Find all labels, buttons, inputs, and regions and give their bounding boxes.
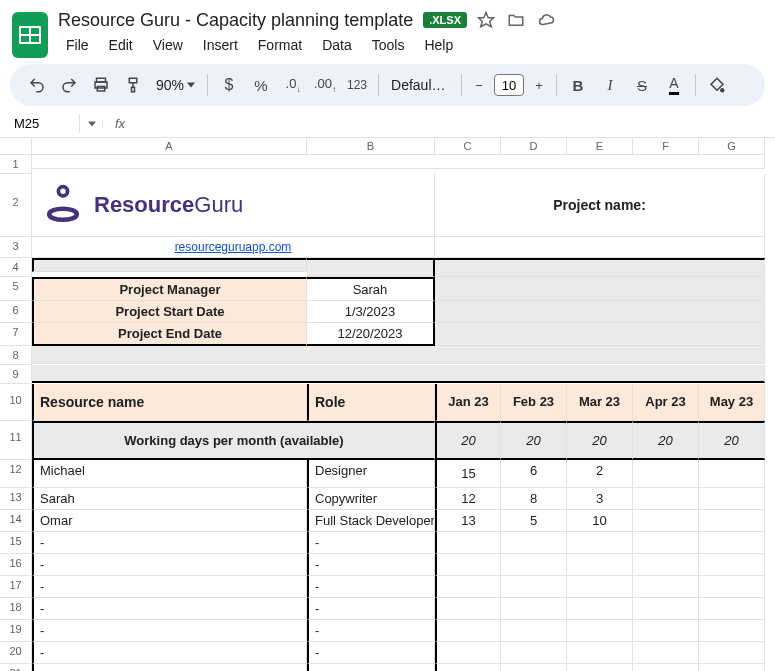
row-header[interactable]: 21	[0, 664, 32, 671]
percent-button[interactable]: %	[246, 70, 276, 100]
start-value[interactable]: 1/3/2023	[307, 301, 435, 323]
project-name-label[interactable]: Project name:	[435, 174, 765, 237]
cell[interactable]	[435, 664, 501, 671]
cell[interactable]	[435, 554, 501, 576]
end-label[interactable]: Project End Date	[32, 323, 307, 346]
cell[interactable]	[435, 237, 765, 258]
row-header[interactable]: 19	[0, 620, 32, 642]
more-formats-button[interactable]: 123	[342, 70, 372, 100]
font-size-increase[interactable]: +	[528, 70, 550, 100]
empty-name[interactable]: -	[32, 598, 307, 620]
available-label[interactable]: Working days per month (available)	[32, 421, 435, 460]
row-header[interactable]: 11	[0, 421, 32, 460]
days-cell[interactable]	[699, 488, 765, 510]
document-title[interactable]: Resource Guru - Capacity planning templa…	[58, 10, 413, 31]
cell[interactable]	[32, 365, 765, 383]
empty-role[interactable]: -	[307, 620, 435, 642]
menu-help[interactable]: Help	[416, 33, 461, 57]
font-size-input[interactable]	[494, 74, 524, 96]
cell[interactable]	[435, 576, 501, 598]
cell[interactable]	[501, 554, 567, 576]
cell[interactable]	[435, 598, 501, 620]
text-color-button[interactable]: A	[659, 70, 689, 100]
cell[interactable]	[699, 598, 765, 620]
strikethrough-button[interactable]: S	[627, 70, 657, 100]
brand-logo-cell[interactable]: ResourceGuru	[32, 174, 435, 237]
font-select[interactable]: Defaul…	[385, 77, 455, 93]
font-size-decrease[interactable]: −	[468, 70, 490, 100]
increase-decimal-button[interactable]: .00↑	[310, 70, 340, 100]
menu-view[interactable]: View	[145, 33, 191, 57]
italic-button[interactable]: I	[595, 70, 625, 100]
cloud-status-icon[interactable]	[537, 11, 555, 29]
cell[interactable]	[633, 554, 699, 576]
month-header[interactable]: Mar 23	[567, 384, 633, 421]
cell[interactable]	[501, 532, 567, 554]
cell[interactable]	[633, 620, 699, 642]
row-header[interactable]: 10	[0, 384, 32, 421]
row-header[interactable]: 18	[0, 598, 32, 620]
cell[interactable]	[699, 664, 765, 671]
month-header[interactable]: Jan 23	[435, 384, 501, 421]
cell[interactable]	[435, 258, 765, 277]
bold-button[interactable]: B	[563, 70, 593, 100]
cell[interactable]	[567, 554, 633, 576]
currency-button[interactable]: $	[214, 70, 244, 100]
cell[interactable]	[567, 532, 633, 554]
row-header[interactable]: 13	[0, 488, 32, 510]
cell[interactable]	[501, 620, 567, 642]
cell[interactable]	[435, 277, 765, 301]
days-cell[interactable]	[633, 510, 699, 532]
redo-button[interactable]	[54, 70, 84, 100]
empty-name[interactable]: -	[32, 664, 307, 671]
col-header-g[interactable]: G	[699, 138, 765, 155]
days-cell[interactable]	[633, 488, 699, 510]
days-cell[interactable]: 15	[435, 460, 501, 488]
row-header[interactable]: 15	[0, 532, 32, 554]
days-cell[interactable]: 2	[567, 460, 633, 488]
row-header[interactable]: 8	[0, 346, 32, 365]
cell[interactable]	[435, 323, 765, 346]
cell[interactable]	[501, 664, 567, 671]
row-header[interactable]: 17	[0, 576, 32, 598]
empty-name[interactable]: -	[32, 576, 307, 598]
col-header-a[interactable]: A	[32, 138, 307, 155]
days-cell[interactable]	[633, 460, 699, 488]
menu-tools[interactable]: Tools	[364, 33, 413, 57]
empty-name[interactable]: -	[32, 620, 307, 642]
row-header[interactable]: 6	[0, 301, 32, 323]
end-value[interactable]: 12/20/2023	[307, 323, 435, 346]
row-header[interactable]: 9	[0, 365, 32, 384]
month-header[interactable]: May 23	[699, 384, 765, 421]
days-cell[interactable]	[699, 510, 765, 532]
cell[interactable]	[567, 576, 633, 598]
cell[interactable]	[633, 598, 699, 620]
days-cell[interactable]: 13	[435, 510, 501, 532]
row-header[interactable]: 1	[0, 155, 32, 174]
days-cell[interactable]: 12	[435, 488, 501, 510]
row-header[interactable]: 7	[0, 323, 32, 346]
empty-role[interactable]: -	[307, 598, 435, 620]
col-header-f[interactable]: F	[633, 138, 699, 155]
days-cell[interactable]: 8	[501, 488, 567, 510]
empty-role[interactable]: -	[307, 532, 435, 554]
cell[interactable]	[435, 620, 501, 642]
start-label[interactable]: Project Start Date	[32, 301, 307, 323]
row-header[interactable]: 14	[0, 510, 32, 532]
cell[interactable]	[435, 642, 501, 664]
days-cell[interactable]: 3	[567, 488, 633, 510]
cell[interactable]	[32, 346, 765, 364]
spreadsheet-grid[interactable]: A B C D E F G 1 2 ResourceGuru Project n…	[0, 138, 775, 671]
empty-role[interactable]: -	[307, 554, 435, 576]
available-value[interactable]: 20	[699, 421, 765, 460]
empty-name[interactable]: -	[32, 554, 307, 576]
cell[interactable]	[567, 642, 633, 664]
menu-file[interactable]: File	[58, 33, 97, 57]
person-name[interactable]: Sarah	[32, 488, 307, 510]
cell[interactable]	[633, 642, 699, 664]
row-header[interactable]: 5	[0, 277, 32, 301]
empty-role[interactable]: -	[307, 642, 435, 664]
cell[interactable]	[699, 642, 765, 664]
select-all-corner[interactable]	[0, 138, 32, 155]
row-header[interactable]: 4	[0, 258, 32, 277]
